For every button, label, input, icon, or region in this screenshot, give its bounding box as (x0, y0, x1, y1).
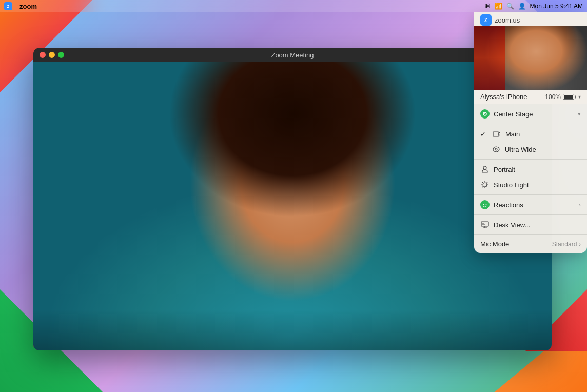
device-bar: Alyssa's iPhone 100% ▾ (474, 90, 587, 104)
mic-mode-row[interactable]: Mic Mode Standard › (474, 237, 587, 251)
search-icon[interactable]: 🔍 (506, 3, 514, 10)
desktop: Z zoom ⌘ 📶 🔍 👤 Mon Jun 5 9:41 AM Zoom Me… (0, 0, 587, 392)
svg-point-4 (493, 147, 499, 152)
reactions-label: Reactions (494, 201, 575, 209)
portrait-icon (480, 165, 490, 174)
svg-point-3 (484, 113, 485, 114)
traffic-lights (40, 52, 64, 58)
desk-view-label: Desk View... (494, 221, 581, 229)
svg-line-14 (487, 182, 488, 183)
datetime-display: Mon Jun 5 9:41 AM (530, 3, 583, 10)
features-section: Portrait Studio Light (474, 160, 587, 195)
studio-light-label: Studio Light (494, 181, 581, 189)
reactions-section: Reactions › (474, 195, 587, 215)
check-icon: ✓ (480, 130, 486, 138)
desk-view-item[interactable]: Desk View... (474, 217, 587, 232)
camera-preview (474, 26, 587, 90)
ultrawide-icon (492, 145, 501, 154)
camera-ultrawide-item[interactable]: Ultra Wide (474, 142, 587, 157)
menubar-right: ⌘ 📶 🔍 👤 Mon Jun 5 9:41 AM (484, 3, 583, 10)
device-chevron-icon[interactable]: ▾ (578, 94, 581, 100)
studio-light-icon (480, 180, 490, 189)
desk-view-icon (480, 220, 490, 229)
wifi-icon: ⌘ (484, 3, 491, 10)
battery-fill (564, 95, 573, 99)
camera-options-section: ✓ Main Ultra Wide (474, 124, 587, 160)
menubar: Z zoom ⌘ 📶 🔍 👤 Mon Jun 5 9:41 AM (0, 0, 587, 12)
camera-icon (492, 129, 501, 139)
center-stage-icon (480, 109, 490, 119)
reactions-chevron-icon: › (579, 202, 581, 208)
portrait-item[interactable]: Portrait (474, 162, 587, 177)
fullscreen-button[interactable] (58, 52, 64, 58)
center-stage-chevron-icon: ▾ (578, 111, 581, 117)
center-stage-item[interactable]: Center Stage ▾ (474, 106, 587, 122)
video-overlay (33, 309, 552, 350)
mic-mode-label: Mic Mode (480, 240, 552, 248)
center-stage-label: Center Stage (494, 110, 574, 118)
studio-light-item[interactable]: Studio Light (474, 177, 587, 192)
zoom-menu-icon[interactable]: Z (4, 2, 12, 10)
zoom-logo: Z (480, 14, 492, 26)
center-stage-section: Center Stage ▾ (474, 104, 587, 124)
mic-mode-chevron-icon: › (579, 241, 581, 247)
battery-info: 100% ▾ (545, 93, 581, 101)
svg-point-6 (483, 166, 486, 169)
main-camera-label: Main (505, 130, 581, 138)
mic-mode-value: Standard (552, 241, 577, 248)
wifi-signal-icon: 📶 (495, 3, 502, 10)
svg-point-5 (495, 148, 497, 150)
ultrawide-label: Ultra Wide (505, 146, 581, 153)
mic-mode-section: Mic Mode Standard › (474, 235, 587, 253)
svg-point-17 (483, 204, 484, 205)
camera-dropdown-panel: Z zoom.us Alyssa's iPhone 100% ▾ (474, 12, 587, 253)
svg-point-18 (486, 204, 487, 205)
menubar-left: Z zoom (4, 2, 37, 10)
preview-artwork (474, 26, 505, 90)
user-icon[interactable]: 👤 (518, 3, 526, 10)
camera-main-item[interactable]: ✓ Main (474, 126, 587, 142)
svg-point-7 (483, 183, 487, 187)
svg-line-15 (482, 187, 483, 188)
battery-icon (563, 94, 574, 100)
window-title: Zoom Meeting (271, 51, 314, 59)
battery-percentage: 100% (545, 93, 561, 101)
close-button[interactable] (40, 52, 46, 58)
minimize-button[interactable] (49, 52, 55, 58)
svg-line-13 (487, 187, 488, 188)
reactions-icon (480, 200, 490, 209)
menubar-app-name[interactable]: zoom (19, 3, 37, 10)
device-name: Alyssa's iPhone (480, 93, 545, 101)
desk-view-section: Desk View... (474, 215, 587, 235)
svg-text:Z: Z (7, 5, 10, 8)
panel-header: Z zoom.us (474, 12, 587, 26)
svg-line-12 (482, 182, 483, 183)
portrait-label: Portrait (494, 166, 581, 173)
reactions-item[interactable]: Reactions › (474, 197, 587, 212)
panel-app-name: zoom.us (495, 16, 520, 24)
